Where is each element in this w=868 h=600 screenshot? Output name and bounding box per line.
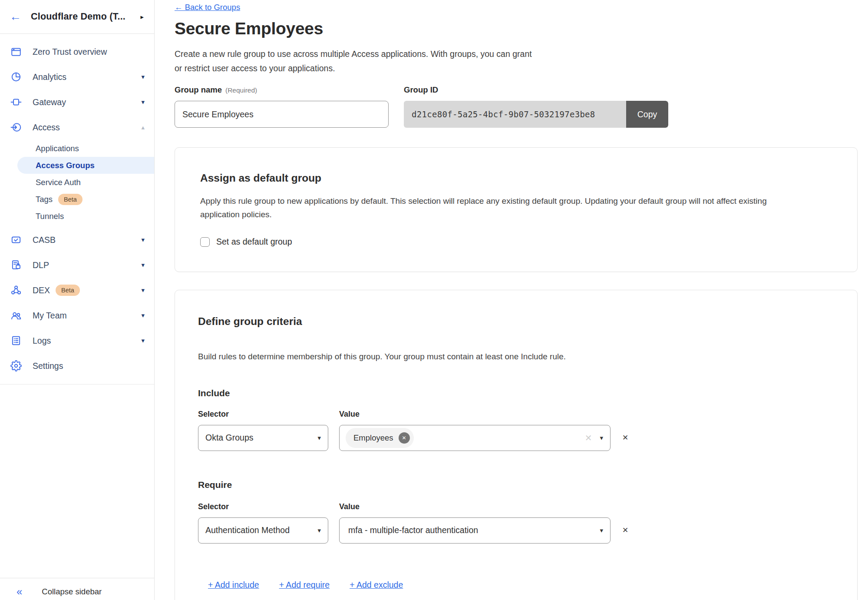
sidebar-item-casb[interactable]: CASB ▾: [0, 227, 154, 252]
default-group-card: Assign as default group Apply this rule …: [175, 147, 858, 272]
require-selector-label: Selector: [198, 502, 328, 511]
sidebar-item-label: Access: [33, 123, 60, 133]
sidebar-item-my-team[interactable]: My Team ▾: [0, 303, 154, 328]
include-selector-label: Selector: [198, 410, 328, 419]
collapse-label: Collapse sidebar: [42, 587, 102, 597]
required-hint: (Required): [225, 86, 257, 94]
add-require-link[interactable]: + Add require: [279, 580, 330, 590]
back-arrow-icon[interactable]: ←: [10, 11, 21, 23]
sidebar-item-label: DLP: [33, 260, 49, 270]
set-default-group-label: Set as default group: [216, 237, 292, 247]
chevron-down-icon[interactable]: ▾: [141, 236, 145, 244]
tag-remove-icon[interactable]: ✕: [399, 432, 410, 444]
value-tag: Employees ✕: [346, 428, 414, 448]
sidebar-item-label: Tunnels: [36, 212, 64, 221]
group-id-value: d21ce80f-5a25-4bcf-9b07-5032197e3be8: [404, 101, 626, 128]
remove-include-rule-icon[interactable]: ✕: [622, 433, 628, 442]
criteria-card-description: Build rules to determine membership of t…: [198, 350, 831, 364]
remove-require-rule-icon[interactable]: ✕: [622, 526, 628, 535]
sidebar-item-tunnels[interactable]: Tunnels: [0, 208, 154, 225]
sidebar-item-dlp[interactable]: DLP ▾: [0, 252, 154, 278]
sidebar-item-label: Zero Trust overview: [33, 47, 107, 57]
chevron-down-icon[interactable]: ▾: [141, 73, 145, 81]
include-section-label: Include: [198, 388, 831, 398]
require-rule-row: Authentication Method ▾ mfa - multiple-f…: [198, 517, 831, 544]
sidebar-item-settings[interactable]: Settings: [0, 353, 154, 378]
sidebar-divider: [0, 384, 154, 385]
dropdown-caret-icon: ▾: [317, 527, 321, 534]
chevron-down-icon[interactable]: ▾: [141, 312, 145, 319]
copy-button[interactable]: Copy: [626, 101, 668, 128]
sidebar-item-label: Service Auth: [36, 178, 81, 187]
include-selector-dropdown[interactable]: Okta Groups ▾: [198, 425, 328, 451]
criteria-card: Define group criteria Build rules to det…: [175, 290, 858, 600]
chevron-down-icon[interactable]: ▾: [141, 261, 145, 269]
require-selector-dropdown[interactable]: Authentication Method ▾: [198, 517, 328, 544]
sidebar-item-label: Applications: [36, 144, 79, 153]
add-include-link[interactable]: + Add include: [208, 580, 259, 590]
sidebar-item-service-auth[interactable]: Service Auth: [0, 174, 154, 191]
require-value: mfa - multiple-factor authentication: [348, 525, 600, 535]
sidebar-item-label: My Team: [33, 311, 67, 321]
require-section-label: Require: [198, 480, 831, 490]
dropdown-caret-icon: ▾: [317, 434, 321, 441]
gear-icon: [10, 360, 22, 371]
require-value-label: Value: [339, 502, 611, 511]
sidebar-item-zero-trust-overview[interactable]: Zero Trust overview: [0, 39, 154, 64]
group-name-id-row: Group name(Required) Group ID d21ce80f-5…: [175, 85, 868, 128]
sidebar-item-label: Access Groups: [36, 161, 95, 170]
chevron-down-icon[interactable]: ▾: [141, 286, 145, 294]
sidebar-item-label: DEX: [33, 285, 50, 295]
dropdown-caret-icon: ▾: [600, 527, 603, 534]
sidebar-item-gateway[interactable]: Gateway ▾: [0, 90, 154, 115]
sidebar-item-label: CASB: [33, 235, 56, 245]
sidebar-item-label: Settings: [33, 361, 63, 371]
set-default-group-checkbox[interactable]: [200, 237, 210, 247]
include-rule-row: Okta Groups ▾ Employees ✕ ✕ ▾ ✕: [198, 425, 831, 451]
group-name-label: Group name(Required): [175, 85, 389, 95]
clear-values-icon[interactable]: ✕: [585, 433, 592, 443]
set-default-group-row[interactable]: Set as default group: [200, 237, 831, 247]
sidebar-nav: Zero Trust overview Analytics ▾ Gateway …: [0, 34, 154, 385]
sidebar-item-label: Gateway: [33, 97, 66, 107]
default-group-card-title: Assign as default group: [200, 172, 831, 184]
value-tag-label: Employees: [353, 433, 393, 443]
chevron-down-icon[interactable]: ▾: [141, 98, 145, 106]
group-id-label: Group ID: [404, 85, 668, 95]
sidebar-item-dex[interactable]: DEX Beta ▾: [0, 278, 154, 303]
chevron-right-icon[interactable]: ▸: [140, 13, 144, 21]
page-title: Secure Employees: [175, 19, 868, 38]
cluster-icon: [10, 285, 22, 296]
collapse-sidebar-button[interactable]: « Collapse sidebar: [0, 578, 155, 600]
include-value-label: Value: [339, 410, 611, 419]
chevron-down-icon[interactable]: ▾: [141, 337, 145, 345]
chevron-up-icon[interactable]: ▴: [141, 123, 145, 131]
default-group-card-description: Apply this rule group to new application…: [200, 195, 831, 221]
group-name-input[interactable]: [175, 101, 389, 128]
sidebar-item-access-groups[interactable]: Access Groups: [17, 157, 154, 174]
account-title[interactable]: Cloudflare Demo (T...: [31, 11, 125, 22]
add-exclude-link[interactable]: + Add exclude: [350, 580, 403, 590]
sidebar-header: ← Cloudflare Demo (T... ▸: [0, 0, 154, 34]
sidebar-item-label: Analytics: [33, 72, 66, 82]
include-value-multiselect[interactable]: Employees ✕ ✕ ▾: [339, 425, 611, 451]
document-lock-icon: [10, 259, 22, 271]
sidebar-item-tags[interactable]: Tags Beta: [0, 191, 154, 208]
criteria-card-title: Define group criteria: [198, 315, 831, 328]
dropdown-caret-icon: ▾: [600, 434, 603, 441]
sidebar-item-access[interactable]: Access ▴: [0, 115, 154, 140]
people-icon: [10, 310, 22, 321]
require-value-dropdown[interactable]: mfa - multiple-factor authentication ▾: [339, 517, 611, 544]
pie-chart-icon: [10, 71, 22, 83]
back-to-groups-link[interactable]: ← Back to Groups: [175, 3, 240, 12]
sidebar-item-analytics[interactable]: Analytics ▾: [0, 64, 154, 90]
sidebar-item-logs[interactable]: Logs ▾: [0, 328, 154, 353]
login-arrow-icon: [10, 122, 22, 133]
beta-badge: Beta: [56, 285, 80, 296]
collapse-icon: «: [17, 587, 22, 597]
sidebar-item-applications[interactable]: Applications: [0, 140, 154, 157]
gateway-icon: [10, 96, 22, 108]
require-selector-value: Authentication Method: [205, 525, 290, 535]
add-rule-links: + Add include + Add require + Add exclud…: [198, 580, 831, 590]
browser-window-icon: [10, 46, 22, 57]
